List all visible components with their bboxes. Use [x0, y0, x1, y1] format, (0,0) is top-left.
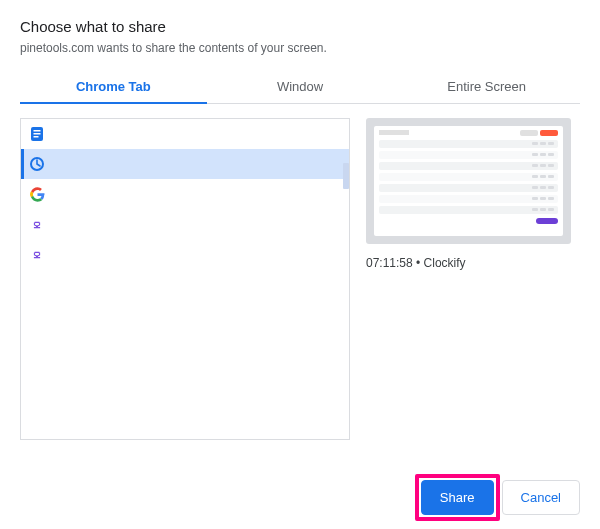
svg-rect-3 — [34, 136, 39, 138]
app-a-icon: ꭥ — [29, 246, 45, 262]
document-icon — [29, 126, 45, 142]
screen-share-dialog: Choose what to share pinetools.com wants… — [0, 0, 600, 529]
preview-thumbnail[interactable] — [366, 118, 571, 244]
tab-list-item[interactable] — [21, 149, 349, 179]
svg-rect-2 — [34, 133, 41, 135]
tab-list-item[interactable] — [21, 119, 349, 149]
preview-pane: 07:11:58 • Clockify — [366, 118, 580, 472]
tab-chrome-tab[interactable]: Chrome Tab — [20, 69, 207, 103]
tab-list-pane[interactable]: ꭥ ꭥ — [20, 118, 350, 440]
source-type-tabs: Chrome Tab Window Entire Screen — [20, 69, 580, 104]
dialog-body: ꭥ ꭥ 07:11:58 • Clockify — [20, 118, 580, 472]
dialog-subtitle: pinetools.com wants to share the content… — [20, 41, 580, 55]
cancel-button[interactable]: Cancel — [502, 480, 580, 515]
preview-content — [374, 126, 563, 236]
tab-window[interactable]: Window — [207, 69, 394, 103]
preview-label: 07:11:58 • Clockify — [366, 256, 580, 270]
clockify-icon — [29, 156, 45, 172]
svg-rect-1 — [34, 130, 41, 132]
share-button[interactable]: Share — [421, 480, 494, 515]
app-a-icon: ꭥ — [29, 216, 45, 232]
dialog-footer: Share Cancel — [20, 480, 580, 515]
tab-list-item[interactable] — [21, 179, 349, 209]
dialog-title: Choose what to share — [20, 18, 580, 35]
tab-entire-screen[interactable]: Entire Screen — [393, 69, 580, 103]
tab-list-item[interactable]: ꭥ — [21, 209, 349, 239]
tab-list-item[interactable]: ꭥ — [21, 239, 349, 269]
google-icon — [29, 186, 45, 202]
